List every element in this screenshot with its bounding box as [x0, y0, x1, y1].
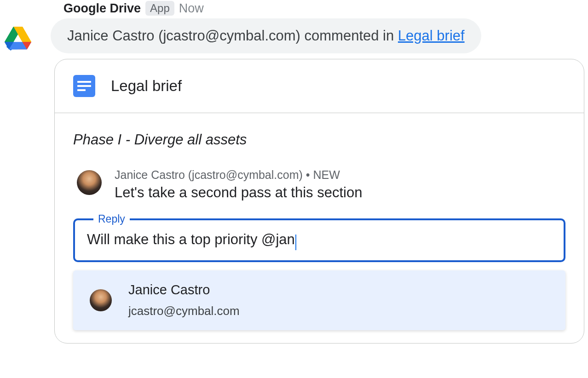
google-docs-icon	[73, 75, 95, 97]
reply-label: Reply	[93, 213, 130, 225]
notification-body-text: Janice Castro (jcastro@cymbal.com) comme…	[67, 28, 398, 44]
section-heading: Phase I - Diverge all assets	[73, 132, 565, 148]
notification-time: Now	[179, 1, 204, 16]
card-header[interactable]: Legal brief	[55, 59, 584, 113]
commenter-avatar	[77, 170, 102, 195]
suggestion-email: jcastro@cymbal.com	[128, 304, 240, 318]
notification-app-badge: App	[145, 1, 174, 16]
comment-card: Legal brief Phase I - Diverge all assets…	[54, 59, 584, 344]
suggestion-avatar	[90, 289, 112, 311]
notification-header: Google Drive App Now	[63, 1, 204, 16]
notification-app-name: Google Drive	[63, 1, 141, 16]
comment-author-line: Janice Castro (jcastro@cymbal.com) • NEW	[115, 168, 362, 182]
mention-suggestion[interactable]: Janice Castro jcastro@cymbal.com	[73, 270, 565, 330]
document-title: Legal brief	[111, 77, 182, 95]
reply-input[interactable]: Reply Will make this a top priority @jan	[73, 218, 565, 262]
notification-body[interactable]: Janice Castro (jcastro@cymbal.com) comme…	[51, 18, 481, 53]
comment-text: Let's take a second pass at this section	[115, 184, 362, 201]
suggestion-name: Janice Castro	[128, 282, 240, 298]
document-link[interactable]: Legal brief	[398, 28, 465, 44]
reply-text-value: Will make this a top priority @jan	[87, 231, 295, 248]
comment-row: Janice Castro (jcastro@cymbal.com) • NEW…	[73, 168, 565, 201]
google-drive-icon	[5, 27, 31, 51]
text-caret	[295, 235, 296, 250]
